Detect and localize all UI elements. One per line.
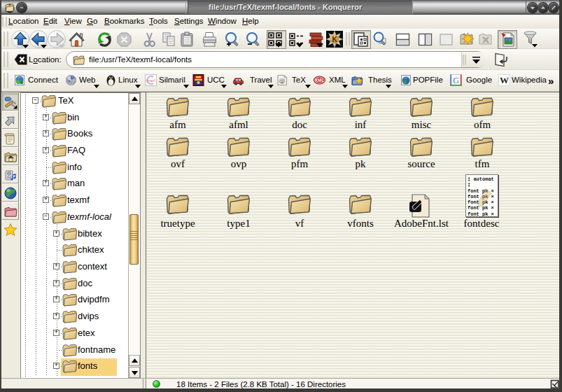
svg-text:ilmaril: ilmaril (146, 78, 155, 83)
svg-text:K: K (332, 36, 337, 43)
svg-text:XML: XML (315, 78, 325, 83)
svg-text:G: G (453, 76, 459, 85)
svg-text:W: W (500, 75, 509, 85)
